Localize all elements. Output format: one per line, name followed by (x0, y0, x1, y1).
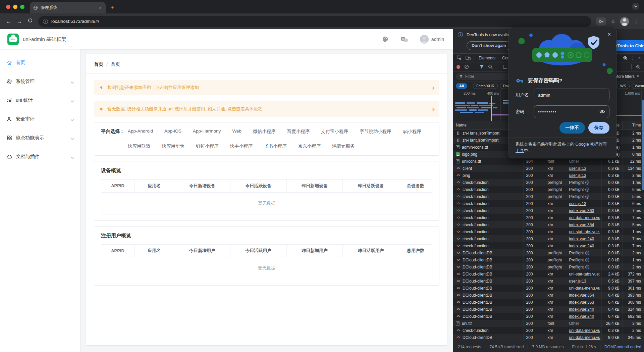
initiator-link[interactable]: index.vue:363 (569, 300, 594, 305)
save-password-button[interactable]: 保存 (588, 122, 609, 134)
network-request-row[interactable]: <>check-function200xhruni-stat-tabs.vue:… (453, 228, 644, 235)
filter-chip-all[interactable]: All (456, 83, 467, 89)
tab-close-icon[interactable]: × (98, 5, 102, 10)
initiator-link[interactable]: user.js:13 (569, 201, 586, 206)
dialog-close-icon[interactable]: × (608, 32, 611, 37)
show-password-eye-icon[interactable] (599, 109, 605, 114)
password-manager-key-icon[interactable] (596, 17, 606, 26)
filter-chip-wasm[interactable]: Wasm (632, 83, 644, 89)
scrollbar-thumb[interactable] (642, 100, 644, 190)
dont-show-again-button[interactable]: Don't show again (467, 41, 511, 50)
devtools-menu-kebab-icon[interactable]: ⋮ (631, 56, 635, 60)
platform-option[interactable]: 字节跳动小程序 (360, 129, 391, 135)
bookmark-star-icon[interactable]: ☆ (611, 18, 615, 24)
network-request-row[interactable]: <>check-function200xhrindex.vue:3540.3 k… (453, 221, 644, 228)
sidebar-item-chart[interactable]: uni 统计 (0, 91, 80, 110)
platform-option[interactable]: 微信小程序 (253, 129, 276, 135)
initiator-link[interactable]: uni-data-menu.vu (569, 335, 600, 340)
initiator-link[interactable]: index.vue:354 (569, 222, 594, 227)
network-request-row[interactable]: <>DCloud-clientDB200preflightPreflight↻0… (453, 249, 644, 256)
network-request-row[interactable]: <>DCloud-clientDB200xhrindex.vue:3630.4 … (453, 299, 644, 306)
network-request-row[interactable]: <>DCloud-clientDB200xhruni-data-menu.vu9… (453, 334, 644, 341)
network-request-row[interactable]: <>DCloud-clientDB200xhruser.js:130.5 kB3… (453, 278, 644, 285)
platform-option[interactable]: 快手小程序 (230, 143, 253, 149)
platform-option[interactable]: 鸿蒙元服务 (332, 143, 355, 149)
initiator-link[interactable]: user.js:13 (569, 166, 586, 171)
network-request-row[interactable]: <>ping200xhruser.js:130.3 kB3 ms (453, 172, 644, 179)
platform-option[interactable]: 快应用华为 (162, 143, 185, 149)
tab-search-button[interactable] (632, 3, 639, 10)
initiator-link[interactable]: index.vue:240 (569, 237, 594, 241)
alert-no-stat-data[interactable]: 暂无数据, 统计相关功能需开通 uni 统计后才能使用, 如未开通, 点击查看具… (94, 101, 439, 117)
user-menu[interactable]: admin (420, 35, 444, 44)
network-request-row[interactable]: <>check-function200xhrindex.vue:2400.3 k… (453, 242, 644, 249)
network-request-row[interactable]: <>DCloud-clientDB200preflightPreflight↻0… (453, 256, 644, 263)
initiator-link[interactable]: index.vue:354 (569, 293, 594, 298)
network-request-row[interactable]: <>DCloud-clientDB200preflightPreflight↻0… (453, 263, 644, 270)
platform-option[interactable]: qq小程序 (402, 129, 421, 135)
preserve-log-checkbox[interactable] (503, 65, 507, 69)
devtools-tab-elements[interactable]: Elements (476, 54, 498, 62)
filter-chip-fetchxhr[interactable]: Fetch/XHR (473, 83, 498, 89)
back-button[interactable]: ← (3, 18, 14, 25)
column-header-time[interactable]: Time (623, 121, 644, 129)
initiator-link[interactable]: index.vue:240 (569, 307, 594, 312)
network-request-row[interactable]: <>check-function200xhrindex.vue:3630.3 k… (453, 207, 644, 214)
sidebar-item-home[interactable]: 首页 (0, 53, 80, 72)
platform-option[interactable]: 飞书小程序 (264, 143, 287, 149)
initiator-link[interactable]: uni-stat-tabs.vue: (569, 230, 600, 234)
network-request-row[interactable]: <>check-function200xhruni-data-menu.vu0.… (453, 327, 644, 334)
settings-gear-icon[interactable] (623, 56, 628, 60)
platform-option[interactable]: 钉钉小程序 (196, 143, 219, 149)
platform-option[interactable]: App-Android (128, 129, 153, 135)
network-request-row[interactable]: <>DCloud-clientDB200xhruni-data-menu.vu9… (453, 285, 644, 292)
initiator-link[interactable]: uni-data-menu.vu (569, 328, 600, 333)
password-field[interactable]: ••••••••• (534, 105, 609, 118)
devtools-close-icon[interactable]: × (638, 56, 641, 60)
platform-option[interactable]: Web (232, 129, 241, 135)
window-zoom-button[interactable] (20, 5, 24, 9)
device-toolbar-icon[interactable] (464, 55, 472, 60)
clear-network-log-icon[interactable] (464, 64, 469, 69)
site-info-icon[interactable]: i (43, 19, 48, 24)
initiator-link[interactable]: uni-stat-tabs.vue: (569, 272, 600, 276)
filter-funnel-icon[interactable] (479, 65, 484, 69)
network-request-row[interactable]: <>check-function200preflightPreflight↻0.… (453, 186, 644, 193)
initiator-link[interactable]: index.vue:240 (569, 314, 594, 319)
record-network-log-button[interactable] (457, 65, 460, 69)
sidebar-item-grid[interactable]: 静态功能演示 (0, 129, 80, 147)
platform-option[interactable]: 支付宝小程序 (321, 129, 348, 135)
username-field[interactable]: admin (534, 89, 609, 101)
theme-palette-icon[interactable] (382, 36, 389, 43)
platform-option[interactable]: 京东小程序 (298, 143, 321, 149)
browser-tab[interactable]: 管理系统 × (30, 2, 106, 13)
language-translate-icon[interactable]: A文 (401, 36, 408, 43)
network-request-row[interactable]: <>client200xhruser.js:130.8 kB134 ms (453, 165, 644, 172)
initiator-link[interactable]: index.vue:240 (569, 244, 594, 248)
browser-menu-kebab-icon[interactable]: ⋮ (634, 18, 639, 24)
window-close-button[interactable] (6, 5, 10, 9)
initiator-link[interactable]: user.js:13 (569, 279, 586, 284)
initiator-link[interactable]: user.js:13 (569, 173, 586, 178)
address-bar[interactable]: i localhost:5173/admin/#/ (38, 16, 591, 27)
search-icon[interactable] (488, 64, 493, 69)
network-request-row[interactable]: Tuniicons.ttf304fontOther0.1 kB12 ms (453, 158, 644, 165)
reload-button[interactable] (25, 18, 36, 25)
sidebar-item-cloud[interactable]: 文档与插件 (0, 147, 80, 166)
platform-option[interactable]: App-Harmony (193, 129, 221, 135)
network-request-row[interactable]: <>check-function200xhrindex.vue:2400.3 k… (453, 235, 644, 242)
new-tab-button[interactable]: + (110, 4, 114, 10)
network-request-row[interactable]: Tuni.ttf200fontOther26.4 kB3 ms (453, 320, 644, 327)
network-request-row[interactable]: <>DCloud-clientDB200xhrindex.vue:2400.4 … (453, 306, 644, 313)
network-request-row[interactable]: <>check-function200xhruser.js:130.3 kB6 … (453, 200, 644, 207)
sidebar-item-audit[interactable]: 安全审计 (0, 110, 80, 129)
network-request-row[interactable]: <>check-function200preflightPreflight↻0.… (453, 193, 644, 200)
alert-no-app[interactable]: 检测到您还未添加应用，点击前往应用管理添加 (94, 80, 439, 95)
inspect-element-icon[interactable] (455, 55, 463, 60)
network-request-row[interactable]: <>check-function200preflightPreflight↻0.… (453, 179, 644, 186)
network-settings-gear-icon[interactable] (636, 64, 641, 69)
initiator-link[interactable]: uni-data-menu.vu (569, 215, 600, 220)
network-request-row[interactable]: <>DCloud-clientDB200xhrindex.vue:3540.4 … (453, 292, 644, 299)
sidebar-item-gear[interactable]: 系统管理 (0, 72, 80, 91)
browser-profile-avatar[interactable] (620, 17, 629, 26)
